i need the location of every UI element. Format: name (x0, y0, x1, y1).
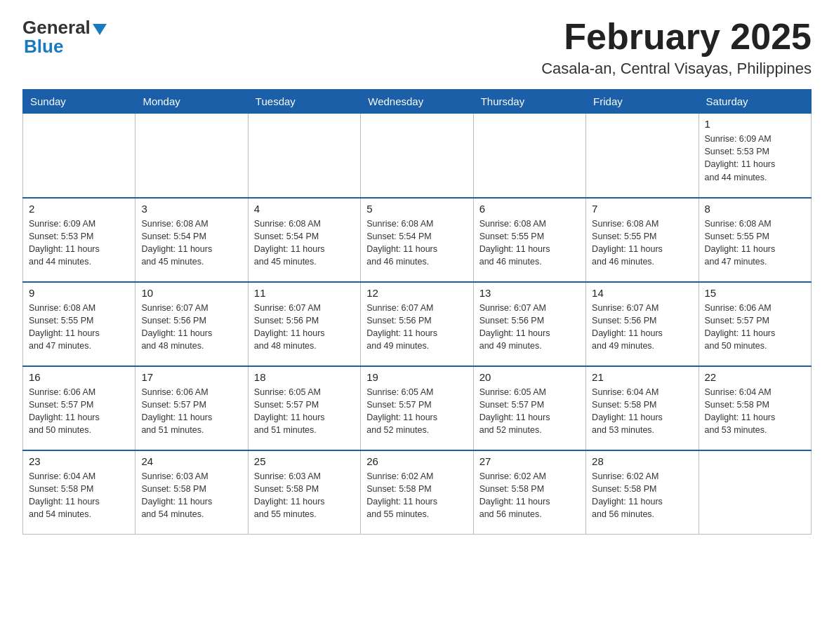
weekday-header-row: Sunday Monday Tuesday Wednesday Thursday… (23, 90, 812, 114)
day-number: 1 (705, 118, 805, 130)
table-row: 23Sunrise: 6:04 AMSunset: 5:58 PMDayligh… (23, 450, 135, 535)
header-sunday: Sunday (23, 90, 135, 114)
table-row: 13Sunrise: 6:07 AMSunset: 5:56 PMDayligh… (473, 282, 585, 366)
day-number: 16 (29, 371, 129, 383)
day-info: Sunrise: 6:09 AMSunset: 5:53 PMDaylight:… (29, 217, 129, 269)
day-info: Sunrise: 6:04 AMSunset: 5:58 PMDaylight:… (29, 470, 129, 521)
table-row: 11Sunrise: 6:07 AMSunset: 5:56 PMDayligh… (248, 282, 360, 366)
calendar-week-row: 23Sunrise: 6:04 AMSunset: 5:58 PMDayligh… (23, 450, 812, 535)
day-info: Sunrise: 6:08 AMSunset: 5:54 PMDaylight:… (366, 217, 467, 269)
table-row: 8Sunrise: 6:08 AMSunset: 5:55 PMDaylight… (699, 198, 811, 282)
day-info: Sunrise: 6:08 AMSunset: 5:55 PMDaylight:… (29, 302, 129, 353)
table-row: 6Sunrise: 6:08 AMSunset: 5:55 PMDaylight… (473, 198, 585, 282)
day-info: Sunrise: 6:06 AMSunset: 5:57 PMDaylight:… (141, 386, 241, 437)
day-number: 26 (366, 455, 467, 467)
day-number: 7 (592, 203, 692, 215)
day-number: 28 (592, 455, 692, 467)
day-info: Sunrise: 6:06 AMSunset: 5:57 PMDaylight:… (29, 386, 129, 437)
day-number: 6 (479, 203, 580, 215)
table-row: 21Sunrise: 6:04 AMSunset: 5:58 PMDayligh… (586, 366, 699, 450)
table-row: 1Sunrise: 6:09 AMSunset: 5:53 PMDaylight… (699, 114, 811, 198)
table-row: 10Sunrise: 6:07 AMSunset: 5:56 PMDayligh… (135, 282, 248, 366)
table-row: 19Sunrise: 6:05 AMSunset: 5:57 PMDayligh… (361, 366, 473, 450)
day-info: Sunrise: 6:05 AMSunset: 5:57 PMDaylight:… (479, 386, 580, 437)
day-number: 12 (366, 287, 467, 299)
table-row (361, 114, 473, 198)
table-row (248, 114, 360, 198)
day-number: 13 (479, 287, 580, 299)
day-info: Sunrise: 6:02 AMSunset: 5:58 PMDaylight:… (479, 470, 580, 521)
day-number: 9 (29, 287, 129, 299)
day-info: Sunrise: 6:05 AMSunset: 5:57 PMDaylight:… (366, 386, 467, 437)
day-number: 22 (705, 371, 805, 383)
header-saturday: Saturday (699, 90, 811, 114)
header-wednesday: Wednesday (361, 90, 473, 114)
day-info: Sunrise: 6:09 AMSunset: 5:53 PMDaylight:… (705, 133, 805, 184)
table-row: 24Sunrise: 6:03 AMSunset: 5:58 PMDayligh… (135, 450, 248, 535)
day-number: 19 (366, 371, 467, 383)
header-monday: Monday (135, 90, 248, 114)
day-info: Sunrise: 6:07 AMSunset: 5:56 PMDaylight:… (479, 302, 580, 353)
header-tuesday: Tuesday (248, 90, 360, 114)
table-row (586, 114, 699, 198)
table-row (473, 114, 585, 198)
table-row: 22Sunrise: 6:04 AMSunset: 5:58 PMDayligh… (699, 366, 811, 450)
day-number: 2 (29, 203, 129, 215)
day-info: Sunrise: 6:08 AMSunset: 5:54 PMDaylight:… (254, 217, 355, 269)
table-row: 12Sunrise: 6:07 AMSunset: 5:56 PMDayligh… (361, 282, 473, 366)
day-number: 23 (29, 455, 129, 467)
table-row: 7Sunrise: 6:08 AMSunset: 5:55 PMDaylight… (586, 198, 699, 282)
day-info: Sunrise: 6:03 AMSunset: 5:58 PMDaylight:… (141, 470, 241, 521)
table-row: 4Sunrise: 6:08 AMSunset: 5:54 PMDaylight… (248, 198, 360, 282)
day-number: 17 (141, 371, 241, 383)
table-row: 2Sunrise: 6:09 AMSunset: 5:53 PMDaylight… (23, 198, 135, 282)
day-info: Sunrise: 6:07 AMSunset: 5:56 PMDaylight:… (141, 302, 241, 353)
day-number: 27 (479, 455, 580, 467)
table-row: 28Sunrise: 6:02 AMSunset: 5:58 PMDayligh… (586, 450, 699, 535)
day-info: Sunrise: 6:08 AMSunset: 5:55 PMDaylight:… (479, 217, 580, 269)
day-number: 24 (141, 455, 241, 467)
day-info: Sunrise: 6:02 AMSunset: 5:58 PMDaylight:… (592, 470, 692, 521)
day-info: Sunrise: 6:08 AMSunset: 5:54 PMDaylight:… (141, 217, 241, 269)
header-friday: Friday (586, 90, 699, 114)
day-info: Sunrise: 6:08 AMSunset: 5:55 PMDaylight:… (705, 217, 805, 269)
table-row: 16Sunrise: 6:06 AMSunset: 5:57 PMDayligh… (23, 366, 135, 450)
calendar-week-row: 16Sunrise: 6:06 AMSunset: 5:57 PMDayligh… (23, 366, 812, 450)
table-row: 3Sunrise: 6:08 AMSunset: 5:54 PMDaylight… (135, 198, 248, 282)
day-number: 5 (366, 203, 467, 215)
calendar-table: Sunday Monday Tuesday Wednesday Thursday… (22, 89, 812, 535)
day-number: 15 (705, 287, 805, 299)
header-thursday: Thursday (473, 90, 585, 114)
table-row: 26Sunrise: 6:02 AMSunset: 5:58 PMDayligh… (361, 450, 473, 535)
table-row: 15Sunrise: 6:06 AMSunset: 5:57 PMDayligh… (699, 282, 811, 366)
logo: General Blue (22, 17, 107, 58)
day-number: 20 (479, 371, 580, 383)
day-number: 18 (254, 371, 355, 383)
table-row: 5Sunrise: 6:08 AMSunset: 5:54 PMDaylight… (361, 198, 473, 282)
calendar-week-row: 1Sunrise: 6:09 AMSunset: 5:53 PMDaylight… (23, 114, 812, 198)
day-info: Sunrise: 6:05 AMSunset: 5:57 PMDaylight:… (254, 386, 355, 437)
table-row: 9Sunrise: 6:08 AMSunset: 5:55 PMDaylight… (23, 282, 135, 366)
table-row: 27Sunrise: 6:02 AMSunset: 5:58 PMDayligh… (473, 450, 585, 535)
day-number: 25 (254, 455, 355, 467)
page-header: General Blue February 2025 Casala-an, Ce… (22, 17, 812, 78)
table-row: 18Sunrise: 6:05 AMSunset: 5:57 PMDayligh… (248, 366, 360, 450)
day-number: 4 (254, 203, 355, 215)
location-subtitle: Casala-an, Central Visayas, Philippines (541, 60, 812, 78)
day-info: Sunrise: 6:07 AMSunset: 5:56 PMDaylight:… (366, 302, 467, 353)
table-row (135, 114, 248, 198)
month-title: February 2025 (541, 17, 812, 57)
day-info: Sunrise: 6:08 AMSunset: 5:55 PMDaylight:… (592, 217, 692, 269)
title-section: February 2025 Casala-an, Central Visayas… (541, 17, 812, 78)
table-row: 17Sunrise: 6:06 AMSunset: 5:57 PMDayligh… (135, 366, 248, 450)
day-number: 14 (592, 287, 692, 299)
day-info: Sunrise: 6:06 AMSunset: 5:57 PMDaylight:… (705, 302, 805, 353)
calendar-week-row: 2Sunrise: 6:09 AMSunset: 5:53 PMDaylight… (23, 198, 812, 282)
day-info: Sunrise: 6:04 AMSunset: 5:58 PMDaylight:… (705, 386, 805, 437)
logo-triangle-icon (93, 24, 107, 35)
day-number: 10 (141, 287, 241, 299)
calendar-week-row: 9Sunrise: 6:08 AMSunset: 5:55 PMDaylight… (23, 282, 812, 366)
day-number: 3 (141, 203, 241, 215)
table-row (23, 114, 135, 198)
table-row (699, 450, 811, 535)
